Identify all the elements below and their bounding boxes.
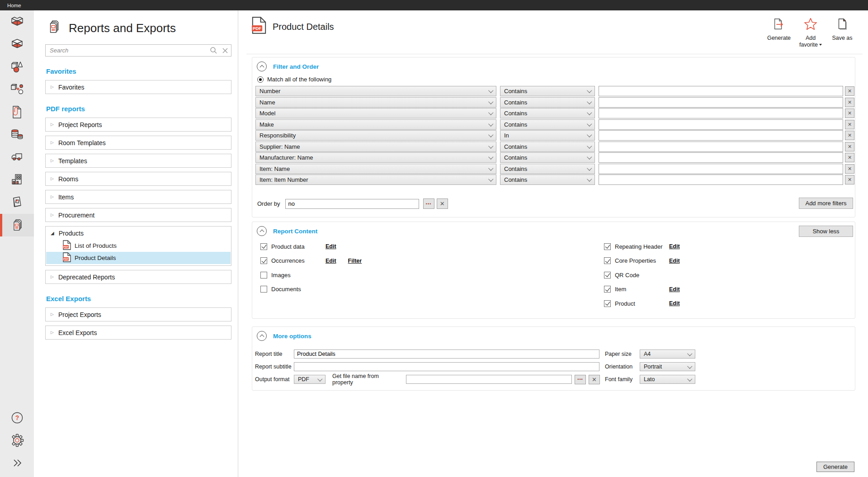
expander-collapsed-icon[interactable]: ▷ [51,275,54,279]
order-by-input[interactable] [285,199,419,209]
sidebar-child-list-of-products[interactable]: PDF List of Products [46,240,231,252]
sidebar-item-project-exports[interactable]: ▷Project Exports [45,307,231,321]
rail-item-expand[interactable] [0,452,34,474]
sidebar-item-rooms[interactable]: ▷Rooms [45,172,231,186]
rail-item-help[interactable]: ? [0,406,34,429]
filter-value-input[interactable] [599,164,843,174]
occurrences-checkbox[interactable] [260,257,267,264]
file-name-property-input[interactable] [406,375,572,384]
show-less-button[interactable]: Show less [799,226,853,237]
home-menu[interactable]: Home [7,3,21,8]
expander-collapsed-icon[interactable]: ▷ [51,159,54,163]
filter-value-input[interactable] [599,142,843,152]
filter-operator-select[interactable]: Contains [500,164,595,174]
file-name-clear-icon[interactable] [589,375,600,384]
expander-collapsed-icon[interactable]: ▷ [51,195,54,199]
expander-collapsed-icon[interactable]: ▷ [51,141,54,145]
filter-operator-select[interactable]: Contains [500,142,595,152]
filter-value-input[interactable] [599,119,843,130]
remove-filter-icon[interactable] [845,153,854,162]
edit-link[interactable]: Edit [326,243,336,250]
remove-filter-icon[interactable] [845,164,854,174]
filter-field-select[interactable]: Model [255,108,496,118]
rail-item-items[interactable] [0,56,34,78]
filter-value-input[interactable] [599,152,843,163]
remove-filter-icon[interactable] [845,142,854,151]
paper-size-select[interactable]: A4 [640,349,695,359]
filter-operator-select[interactable]: Contains [500,97,595,108]
sidebar-item-room-templates[interactable]: ▷Room Templates [45,136,231,150]
filter-operator-select[interactable]: Contains [500,152,595,163]
expander-collapsed-icon[interactable]: ▷ [51,177,54,181]
collapse-section-icon[interactable] [257,226,267,236]
filter-field-select[interactable]: Item: Name [255,164,496,174]
edit-link[interactable]: Edit [669,300,680,307]
filter-value-input[interactable] [599,97,843,108]
sidebar-item-templates[interactable]: ▷Templates [45,154,231,168]
order-by-clear-icon[interactable] [437,198,448,209]
file-name-browse-icon[interactable] [575,375,586,384]
filter-operator-select[interactable]: Contains [500,119,595,130]
images-checkbox[interactable] [260,272,267,279]
sidebar-item-procurement[interactable]: ▷Procurement [45,208,231,222]
rail-item-rooms[interactable] [0,10,34,33]
collapse-section-icon[interactable] [257,61,267,71]
search-clear-icon[interactable] [219,45,231,56]
rail-item-product-catalog[interactable] [0,191,34,214]
filter-field-select[interactable]: Name [255,97,496,108]
search-icon[interactable] [208,45,219,56]
qr-code-checkbox[interactable] [604,272,611,279]
filter-field-select[interactable]: Make [255,119,496,130]
repeating-header-checkbox[interactable] [604,243,611,250]
match-all-radio[interactable] [257,76,264,83]
rail-item-finance[interactable] [0,123,34,146]
remove-filter-icon[interactable] [845,131,854,140]
sidebar-child-product-details[interactable]: PDF Product Details [46,252,231,264]
sidebar-item-items[interactable]: ▷Items [45,190,231,204]
sidebar-item-project-reports[interactable]: ▷Project Reports [45,118,231,132]
filter-field-select[interactable]: Manufacturer: Name [255,152,496,163]
report-title-input[interactable] [294,349,599,359]
filter-operator-select[interactable]: Contains [500,175,595,185]
output-format-select[interactable]: PDF [294,375,326,384]
sidebar-item-products-header[interactable]: ◢Products [46,227,231,240]
item-checkbox[interactable] [604,286,611,293]
rail-item-attachments[interactable] [0,101,34,123]
filter-value-input[interactable] [599,86,843,96]
remove-filter-icon[interactable] [845,98,854,107]
filter-field-select[interactable]: Item: Item Number [255,175,496,185]
collapse-section-icon[interactable] [257,331,267,341]
report-subtitle-input[interactable] [294,362,599,371]
filter-field-select[interactable]: Responsibility [255,130,496,141]
generate-button[interactable]: Generate [766,17,792,48]
sidebar-item-favorites[interactable]: ▷Favorites [45,80,231,94]
rail-item-reports[interactable] [0,214,34,236]
expander-collapsed-icon[interactable]: ▷ [51,213,54,217]
remove-filter-icon[interactable] [845,109,854,118]
sidebar-item-deprecated-reports[interactable]: ▷Deprecated Reports [45,270,231,284]
sidebar-item-excel-exports[interactable]: ▷Excel Exports [45,326,231,340]
expander-collapsed-icon[interactable]: ▷ [51,312,54,316]
product-checkbox[interactable] [604,300,611,307]
documents-checkbox[interactable] [260,286,267,293]
remove-filter-icon[interactable] [845,86,854,96]
rail-item-settings[interactable] [0,429,34,452]
product-data-checkbox[interactable] [260,243,267,250]
filter-value-input[interactable] [599,175,843,185]
filter-value-input[interactable] [599,108,843,118]
expander-expanded-icon[interactable]: ◢ [51,231,54,236]
add-more-filters-button[interactable]: Add more filters [799,198,853,209]
rail-item-company[interactable] [0,169,34,191]
edit-link[interactable]: Edit [669,286,680,293]
generate-footer-button[interactable]: Generate [816,462,854,472]
filter-operator-select[interactable]: Contains [500,108,595,118]
rail-item-procurement[interactable] [0,146,34,169]
expander-collapsed-icon[interactable]: ▷ [51,123,54,127]
edit-link[interactable]: Edit [669,243,680,250]
save-as-button[interactable]: Save as [829,17,855,48]
add-favorite-button[interactable]: Add favorite [797,17,824,48]
order-by-browse-icon[interactable] [423,198,434,209]
remove-filter-icon[interactable] [845,175,854,184]
filter-field-select[interactable]: Number [255,86,496,96]
filter-operator-select[interactable]: Contains [500,86,595,96]
